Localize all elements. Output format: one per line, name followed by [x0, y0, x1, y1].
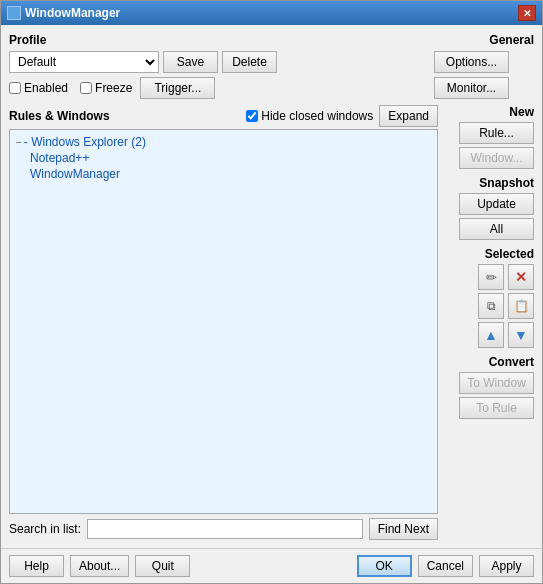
move-up-button[interactable]: ▲ — [478, 322, 504, 348]
copy-icon: ⧉ — [487, 299, 496, 313]
window-title: WindowManager — [25, 6, 120, 20]
hide-closed-label[interactable]: Hide closed windows — [246, 109, 373, 123]
freeze-checkbox-label[interactable]: Freeze — [80, 81, 132, 95]
top-section: Profile Default Save Delete Enabled — [9, 33, 534, 99]
main-window: WindowManager ✕ Profile Default Save Del… — [0, 0, 543, 584]
all-button[interactable]: All — [459, 218, 534, 240]
convert-section: Convert To Window To Rule — [444, 355, 534, 422]
copy-button[interactable]: ⧉ — [478, 293, 504, 319]
delete-button[interactable]: Delete — [222, 51, 277, 73]
paste-button[interactable]: 📋 — [508, 293, 534, 319]
search-label: Search in list: — [9, 522, 81, 536]
bottom-bar: Help About... Quit OK Cancel Apply — [1, 548, 542, 583]
paste-icon: 📋 — [514, 299, 529, 313]
rule-button[interactable]: Rule... — [459, 122, 534, 144]
profile-group: Profile Default Save Delete Enabled — [9, 33, 434, 99]
trigger-button[interactable]: Trigger... — [140, 77, 215, 99]
move-down-button[interactable]: ▼ — [508, 322, 534, 348]
rules-header-outer: Rules & Windows Hide closed windows Expa… — [9, 105, 438, 127]
enabled-checkbox-label[interactable]: Enabled — [9, 81, 68, 95]
to-window-button[interactable]: To Window — [459, 372, 534, 394]
selected-section: Selected ✏ ✕ ⧉ 📋 — [444, 247, 534, 351]
quit-button[interactable]: Quit — [135, 555, 190, 577]
list-item[interactable]: WindowManager — [14, 166, 433, 182]
new-section: New Rule... Window... — [444, 105, 534, 172]
icon-btns-row-1: ✏ ✕ — [444, 264, 534, 290]
bottom-bar-right: OK Cancel Apply — [357, 555, 534, 577]
cancel-button[interactable]: Cancel — [418, 555, 473, 577]
apply-button[interactable]: Apply — [479, 555, 534, 577]
main-content: Profile Default Save Delete Enabled — [1, 25, 542, 548]
checkbox-row: Enabled Freeze — [9, 81, 132, 95]
collapse-icon: − — [16, 137, 22, 148]
icon-btns-row-2: ⧉ 📋 — [444, 293, 534, 319]
selected-label: Selected — [444, 247, 534, 261]
expand-button[interactable]: Expand — [379, 105, 438, 127]
save-button[interactable]: Save — [163, 51, 218, 73]
profile-row: Default Save Delete — [9, 51, 434, 73]
general-label: General — [434, 33, 534, 47]
icon-btns-row-3: ▲ ▼ — [444, 322, 534, 348]
delete-icon: ✕ — [515, 269, 527, 285]
window-button[interactable]: Window... — [459, 147, 534, 169]
bottom-bar-left: Help About... Quit — [9, 555, 190, 577]
down-arrow-icon: ▼ — [514, 327, 528, 343]
rules-windows-label: Rules & Windows — [9, 109, 110, 123]
help-button[interactable]: Help — [9, 555, 64, 577]
snapshot-section: Snapshot Update All — [444, 176, 534, 243]
title-bar: WindowManager ✕ — [1, 1, 542, 25]
edit-icon: ✏ — [486, 270, 497, 285]
hide-closed-checkbox[interactable] — [246, 110, 258, 122]
delete-selected-button[interactable]: ✕ — [508, 264, 534, 290]
edit-button[interactable]: ✏ — [478, 264, 504, 290]
monitor-button[interactable]: Monitor... — [434, 77, 509, 99]
search-row: Search in list: Find Next — [9, 514, 438, 540]
list-item[interactable]: Notepad++ — [14, 150, 433, 166]
title-bar-left: WindowManager — [7, 6, 120, 20]
profile-label: Profile — [9, 33, 434, 47]
new-label: New — [444, 105, 534, 119]
about-button[interactable]: About... — [70, 555, 129, 577]
to-rule-button[interactable]: To Rule — [459, 397, 534, 419]
freeze-checkbox[interactable] — [80, 82, 92, 94]
convert-label: Convert — [444, 355, 534, 369]
enabled-checkbox[interactable] — [9, 82, 21, 94]
snapshot-label: Snapshot — [444, 176, 534, 190]
rules-header-right: Hide closed windows Expand — [246, 105, 438, 127]
rules-panel-wrapper: Rules & Windows Hide closed windows Expa… — [9, 105, 438, 540]
find-next-button[interactable]: Find Next — [369, 518, 438, 540]
general-group: General Options... Monitor... — [434, 33, 534, 99]
general-buttons: Options... Monitor... — [434, 51, 534, 99]
up-arrow-icon: ▲ — [484, 327, 498, 343]
rules-list[interactable]: − - Windows Explorer (2) Notepad++ Windo… — [9, 129, 438, 514]
profile-select[interactable]: Default — [9, 51, 159, 73]
list-item[interactable]: − - Windows Explorer (2) — [14, 134, 433, 150]
ok-button[interactable]: OK — [357, 555, 412, 577]
update-button[interactable]: Update — [459, 193, 534, 215]
options-button[interactable]: Options... — [434, 51, 509, 73]
app-icon — [7, 6, 21, 20]
search-input[interactable] — [87, 519, 363, 539]
right-panel: New Rule... Window... Snapshot Update Al… — [444, 105, 534, 540]
middle-section: Rules & Windows Hide closed windows Expa… — [9, 105, 534, 540]
close-button[interactable]: ✕ — [518, 5, 536, 21]
